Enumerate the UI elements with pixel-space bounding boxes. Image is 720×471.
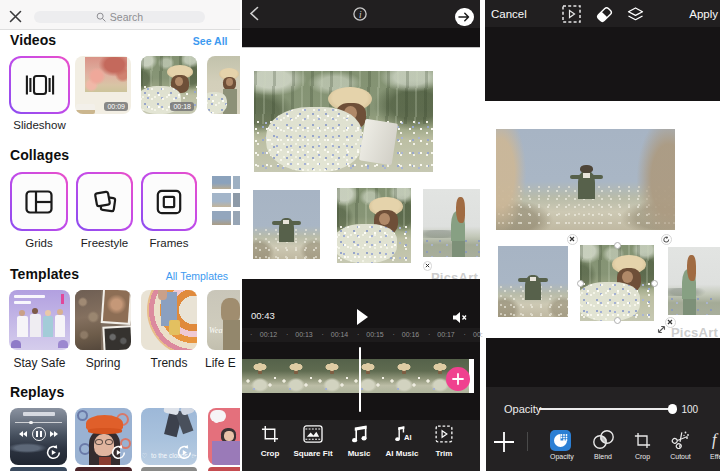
svg-text:Al: Al (403, 433, 411, 442)
svg-text:i: i (359, 10, 362, 20)
svg-text:f: f (712, 431, 719, 449)
